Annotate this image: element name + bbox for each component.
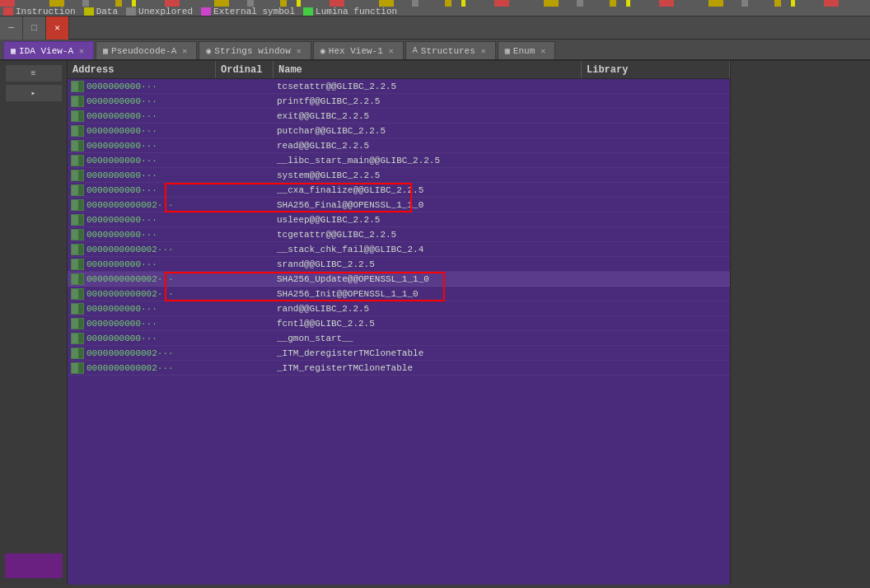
cell-ordinal xyxy=(216,212,274,226)
cell-name: __libc_start_main@@GLIBC_2.2.5 xyxy=(274,153,582,167)
cell-library xyxy=(582,361,730,375)
cell-name: SHA256_Init@@OPENSSL_1_1_0 xyxy=(274,287,582,301)
cell-name: __gmon_start__ xyxy=(274,331,582,345)
row-icon xyxy=(71,140,84,152)
cell-ordinal xyxy=(216,316,274,330)
cell-library xyxy=(582,316,730,330)
row-icon xyxy=(71,318,84,329)
tab-close-strings[interactable]: ✕ xyxy=(294,46,304,56)
cell-address: 0000000000··· xyxy=(68,124,216,138)
unexplored-label: Unexplored xyxy=(138,7,193,16)
cell-name: fcntl@@GLIBC_2.2.5 xyxy=(274,316,582,330)
minimize-button[interactable]: ─ xyxy=(0,16,23,40)
cell-library xyxy=(582,183,730,197)
table-row[interactable]: 0000000000002··· _ITM_registerTMCloneTab… xyxy=(68,361,730,376)
table-row[interactable]: 0000000000··· printf@@GLIBC_2.2.5 xyxy=(68,94,730,109)
tab-pseudocode-a[interactable]: ▦ Pseudocode-A ✕ xyxy=(96,41,197,59)
cell-name: _ITM_deregisterTMCloneTable xyxy=(274,346,582,360)
tab-ida-view-a[interactable]: ▦ IDA View-A ✕ xyxy=(3,41,94,59)
legend-item-data: Data xyxy=(84,7,118,16)
row-icon xyxy=(71,199,84,211)
cell-address: 0000000000··· xyxy=(68,94,216,108)
table-row[interactable]: 0000000000002··· SHA256_Update@@OPENSSL_… xyxy=(68,272,730,287)
table-row[interactable]: 0000000000002··· __stack_chk_fail@@GLIBC… xyxy=(68,242,730,257)
row-icon xyxy=(71,259,84,270)
table-row[interactable]: 0000000000··· system@@GLIBC_2.2.5 xyxy=(68,168,730,183)
legend-item-unexplored: Unexplored xyxy=(126,7,193,16)
cell-library xyxy=(582,257,730,271)
cell-address: 0000000000002··· xyxy=(68,242,216,256)
cell-name: SHA256_Final@@OPENSSL_1_1_0 xyxy=(274,198,582,212)
table-row[interactable]: 0000000000002··· SHA256_Final@@OPENSSL_1… xyxy=(68,198,730,212)
external-symbol-label: External symbol xyxy=(213,7,295,16)
table-row[interactable]: 0000000000··· tcgetattr@@GLIBC_2.2.5 xyxy=(68,227,730,242)
cell-address: 0000000000··· xyxy=(68,316,216,330)
row-icon xyxy=(71,96,84,107)
row-icon xyxy=(71,170,84,181)
tab-close-hex[interactable]: ✕ xyxy=(386,46,396,56)
cell-library xyxy=(582,94,730,108)
cell-name: tcgetattr@@GLIBC_2.2.5 xyxy=(274,227,582,241)
table-row[interactable]: 0000000000··· __gmon_start__ xyxy=(68,331,730,346)
cell-library xyxy=(582,212,730,226)
tab-close-pseudo[interactable]: ✕ xyxy=(180,46,189,56)
cell-library xyxy=(582,346,730,360)
unexplored-color xyxy=(126,7,136,16)
restore-button[interactable]: □ xyxy=(23,16,46,40)
cell-library xyxy=(582,168,730,182)
cell-library xyxy=(582,79,730,93)
table-row[interactable]: 0000000000002··· SHA256_Init@@OPENSSL_1_… xyxy=(68,287,730,301)
cell-address: 0000000000002··· xyxy=(68,287,216,301)
close-button[interactable]: ✕ xyxy=(46,16,69,40)
row-icon xyxy=(71,184,84,196)
cell-address: 0000000000··· xyxy=(68,138,216,152)
row-icon xyxy=(71,229,84,240)
sidebar-button-1[interactable]: ≡ xyxy=(5,64,63,82)
cell-ordinal xyxy=(216,257,274,271)
table-row[interactable]: 0000000000··· srand@@GLIBC_2.2.5 xyxy=(68,257,730,272)
window-controls: ─ □ ✕ xyxy=(0,16,870,40)
table-row[interactable]: 0000000000··· fcntl@@GLIBC_2.2.5 xyxy=(68,316,730,331)
legend-item-instruction: Instruction xyxy=(3,7,76,16)
cell-address: 0000000000··· xyxy=(68,109,216,123)
tab-close-enum[interactable]: ✕ xyxy=(538,46,548,56)
tab-icon-enum: ▦ xyxy=(505,46,510,56)
table-row[interactable]: 0000000000002··· _ITM_deregisterTMCloneT… xyxy=(68,346,730,361)
cell-library xyxy=(582,287,730,301)
sidebar-button-2[interactable]: ▸ xyxy=(5,84,63,102)
table-row[interactable]: 0000000000··· rand@@GLIBC_2.2.5 xyxy=(68,301,730,316)
tab-structures[interactable]: A Structures ✕ xyxy=(405,41,496,59)
cell-name: printf@@GLIBC_2.2.5 xyxy=(274,94,582,108)
cell-name: tcsetattr@@GLIBC_2.2.5 xyxy=(274,79,582,93)
table-body[interactable]: 0000000000··· tcsetattr@@GLIBC_2.2.5 000… xyxy=(68,79,730,585)
right-panel xyxy=(730,61,870,585)
cell-library xyxy=(582,124,730,138)
tab-strings-window[interactable]: ◉ Strings window ✕ xyxy=(199,41,311,59)
tab-label-ida: IDA View-A xyxy=(19,46,73,56)
cell-name: SHA256_Update@@OPENSSL_1_1_0 xyxy=(274,272,582,286)
table-row[interactable]: 0000000000··· usleep@@GLIBC_2.2.5 xyxy=(68,212,730,227)
cell-address: 0000000000002··· xyxy=(68,198,216,212)
table-row[interactable]: 0000000000··· __libc_start_main@@GLIBC_2… xyxy=(68,153,730,168)
row-icon xyxy=(71,214,84,226)
tab-enum[interactable]: ▦ Enum ✕ xyxy=(498,41,555,59)
table-row[interactable]: 0000000000··· exit@@GLIBC_2.2.5 xyxy=(68,109,730,124)
cell-address: 0000000000002··· xyxy=(68,361,216,375)
cell-ordinal xyxy=(216,198,274,212)
cell-library xyxy=(582,301,730,315)
cell-name: putchar@@GLIBC_2.2.5 xyxy=(274,124,582,138)
cell-library xyxy=(582,272,730,286)
table-row[interactable]: 0000000000··· __cxa_finalize@@GLIBC_2.2.… xyxy=(68,183,730,198)
row-icon xyxy=(71,125,84,137)
table-row[interactable]: 0000000000··· putchar@@GLIBC_2.2.5 xyxy=(68,124,730,138)
lumina-label: Lumina function xyxy=(316,7,397,16)
table-row[interactable]: 0000000000··· tcsetattr@@GLIBC_2.2.5 xyxy=(68,79,730,94)
tab-close-ida[interactable]: ✕ xyxy=(77,46,87,56)
table-row[interactable]: 0000000000··· read@@GLIBC_2.2.5 xyxy=(68,138,730,153)
tab-hex-view[interactable]: ◉ Hex View-1 ✕ xyxy=(313,41,404,59)
cell-name: rand@@GLIBC_2.2.5 xyxy=(274,301,582,315)
cell-name: __stack_chk_fail@@GLIBC_2.4 xyxy=(274,242,582,256)
tab-close-structures[interactable]: ✕ xyxy=(479,46,489,56)
cell-name: usleep@@GLIBC_2.2.5 xyxy=(274,212,582,226)
row-icon xyxy=(71,273,84,285)
